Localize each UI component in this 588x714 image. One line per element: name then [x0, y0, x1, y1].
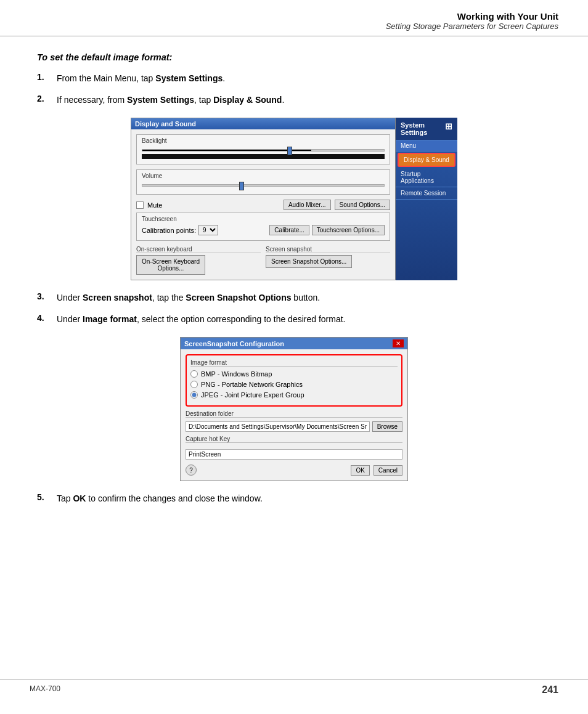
snap-dialog: ScreenSnapshot Configuration ✕ Image for… [180, 337, 408, 481]
header-subtitle: Setting Storage Parameters for Screen Ca… [30, 22, 558, 31]
step-3-number: 3. [37, 291, 51, 301]
bottom-cols: On-screen keyboard On-Screen KeyboardOpt… [136, 246, 390, 275]
calibration-points-label: Calibration points: [142, 227, 196, 234]
backlight-section: Backlight [136, 134, 390, 164]
snapshot-col-label: Screen snapshot [266, 246, 390, 253]
sidebar-menu-label: Menu [396, 140, 457, 152]
radio-jpeg: JPEG - Joint Picture Expert Group [190, 391, 398, 399]
calibration-row: Calibration points: 9 Calibrate... Touch… [142, 225, 385, 235]
page-footer: MAX-700 241 [0, 679, 588, 696]
radio-jpeg-label: JPEG - Joint Picture Expert Group [201, 391, 304, 399]
step-2-text: If necessary, from System Settings, tap … [57, 94, 284, 107]
sidebar-header: System Settings ⊞ [396, 118, 457, 140]
dest-row: Browse [186, 421, 402, 432]
snap-dialog-title: ScreenSnapshot Configuration [184, 340, 284, 347]
mute-row: Mute Audio Mixer... Sound Options... [136, 200, 390, 210]
radio-bmp-btn[interactable] [190, 370, 198, 378]
header-title: Working with Your Unit [30, 11, 558, 22]
touchscreen-section: Touchscreen Calibration points: 9 Calibr… [136, 213, 390, 241]
sidebar-title: System Settings [401, 121, 445, 136]
cancel-btn[interactable]: Cancel [374, 465, 402, 476]
step-4-number: 4. [37, 313, 51, 323]
display-dialog-content: Backlight Volume [131, 129, 395, 280]
step-2: 2. If necessary, from System Settings, t… [37, 94, 551, 107]
step-5-number: 5. [37, 492, 51, 502]
snap-close-btn[interactable]: ✕ [393, 339, 404, 347]
snap-dialog-screenshot: ScreenSnapshot Configuration ✕ Image for… [37, 337, 551, 481]
sidebar-item-display[interactable]: Display & Sound [398, 153, 455, 167]
page-number: 241 [542, 684, 558, 696]
sidebar-panel: System Settings ⊞ Menu Display & Sound S… [396, 118, 457, 280]
step-3-text: Under Screen snapshot, tap the Screen Sn… [57, 291, 320, 304]
calibration-select[interactable]: 9 [198, 225, 218, 235]
step-5-text: Tap OK to confirm the changes and close … [57, 492, 263, 505]
step-list: 1. From the Main Menu, tap System Settin… [37, 72, 551, 107]
volume-section: Volume [136, 169, 390, 195]
step-1: 1. From the Main Menu, tap System Settin… [37, 72, 551, 85]
backlight-label: Backlight [142, 137, 385, 144]
sound-options-btn[interactable]: Sound Options... [335, 200, 391, 210]
step-1-number: 1. [37, 72, 51, 82]
volume-slider[interactable] [142, 184, 385, 187]
radio-png-label: PNG - Portable Network Graphics [201, 381, 303, 388]
step-list-3: 5. Tap OK to confirm the changes and clo… [37, 492, 551, 505]
touchscreen-options-btn[interactable]: Touchscreen Options... [312, 225, 385, 235]
model-number: MAX-700 [30, 684, 60, 696]
dest-path-input[interactable] [186, 421, 370, 432]
backlight-slider[interactable] [142, 149, 385, 152]
image-format-section: Image format BMP - Windows Bitmap PNG - … [186, 354, 402, 407]
radio-png-btn[interactable] [190, 381, 198, 388]
keyboard-options-btn[interactable]: On-Screen KeyboardOptions... [136, 255, 205, 275]
ok-btn[interactable]: OK [351, 465, 369, 476]
volume-thumb [239, 182, 244, 190]
radio-bmp-label: BMP - Windows Bitmap [201, 370, 272, 378]
backlight-fill [142, 150, 311, 151]
volume-label: Volume [142, 172, 385, 179]
step-1-text: From the Main Menu, tap System Settings. [57, 72, 225, 85]
main-content: To set the default image format: 1. From… [0, 40, 588, 538]
step-5: 5. Tap OK to confirm the changes and clo… [37, 492, 551, 505]
radio-png: PNG - Portable Network Graphics [190, 381, 398, 388]
snap-bottom: ? OK Cancel [186, 465, 402, 476]
mute-label: Mute [147, 201, 162, 209]
calibrate-btn[interactable]: Calibrate... [269, 225, 309, 235]
radio-bmp: BMP - Windows Bitmap [190, 370, 398, 378]
page-header: Working with Your Unit Setting Storage P… [0, 0, 588, 36]
audio-mixer-btn[interactable]: Audio Mixer... [284, 200, 331, 210]
keyboard-col-label: On-screen keyboard [136, 246, 261, 253]
image-format-label: Image format [190, 359, 398, 367]
step-4: 4. Under Image format, select the option… [37, 313, 551, 326]
dialog-outer: Display and Sound Backlight Volu [131, 118, 457, 280]
step-3: 3. Under Screen snapshot, tap the Screen… [37, 291, 551, 304]
sidebar-icon: ⊞ [445, 121, 452, 136]
browse-btn[interactable]: Browse [372, 421, 402, 432]
step-list-2: 3. Under Screen snapshot, tap the Screen… [37, 291, 551, 326]
hotkey-section: Capture hot Key [186, 436, 402, 460]
snapshot-col: Screen snapshot Screen Snapshot Options.… [266, 246, 390, 275]
sidebar-item-remote[interactable]: Remote Session [396, 187, 457, 200]
mute-checkbox[interactable] [136, 201, 144, 209]
sidebar-item-startup[interactable]: Startup Applications [396, 168, 457, 187]
step-2-number: 2. [37, 94, 51, 103]
help-btn[interactable]: ? [186, 465, 197, 476]
snapshot-options-btn[interactable]: Screen Snapshot Options... [266, 255, 352, 268]
section-title: To set the default image format: [37, 52, 551, 62]
radio-jpeg-btn[interactable] [190, 391, 198, 399]
backlight-thumb [287, 147, 292, 155]
step-4-text: Under Image format, select the option co… [57, 313, 345, 326]
display-dialog-titlebar: Display and Sound [131, 118, 395, 129]
hotkey-input[interactable] [186, 449, 402, 460]
touchscreen-label: Touchscreen [142, 216, 385, 222]
snap-titlebar: ScreenSnapshot Configuration ✕ [181, 338, 407, 349]
display-sound-screenshot: Display and Sound Backlight Volu [37, 118, 551, 280]
snap-content: Image format BMP - Windows Bitmap PNG - … [181, 349, 407, 481]
dest-folder-section: Destination folder Browse [186, 410, 402, 432]
dest-folder-label: Destination folder [186, 410, 402, 418]
display-dialog-title: Display and Sound [135, 120, 196, 128]
backlight-bar [142, 154, 385, 159]
hotkey-label: Capture hot Key [186, 436, 402, 443]
keyboard-col: On-screen keyboard On-Screen KeyboardOpt… [136, 246, 261, 275]
display-dialog: Display and Sound Backlight Volu [131, 118, 396, 280]
